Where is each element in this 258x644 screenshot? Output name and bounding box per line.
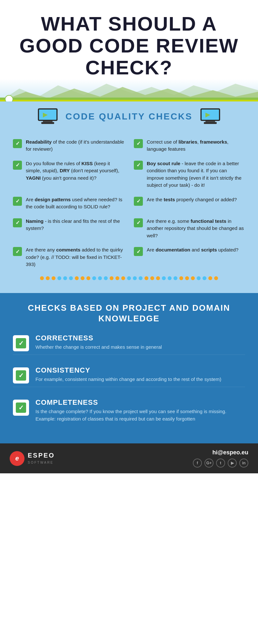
dot-7 (75, 276, 79, 280)
check-icon-functional-tests: ✓ (134, 218, 143, 227)
domain-content-completeness: Completeness Is the change complete? If … (35, 398, 245, 422)
domain-item-completeness: ✓ Completeness Is the change complete? I… (13, 395, 245, 426)
check-mark-naming: ✓ (15, 220, 20, 226)
check-mark-tests: ✓ (136, 198, 141, 204)
domain-content-consistency: Consistency For example, consistent nami… (35, 366, 221, 383)
cq-title-text: CODE QUALITY CHECKS (65, 111, 193, 121)
check-text-boyscout: Boy scout rule - leave the code in a bet… (147, 160, 245, 189)
footer-social-icons: f G+ t ▶ in (193, 459, 248, 468)
svg-rect-12 (202, 109, 219, 120)
svg-point-5 (5, 95, 13, 101)
domain-desc-correctness: Whether the change is correct and makes … (35, 344, 162, 351)
twitter-icon[interactable]: t (216, 459, 225, 468)
dot-31 (214, 276, 218, 280)
check-icon-documentation: ✓ (134, 247, 143, 256)
domain-checkbox-correctness: ✓ (13, 335, 29, 351)
espeo-brand-sub: SOFTWARE (28, 461, 54, 464)
check-icon-boyscout: ✓ (134, 161, 143, 170)
check-text-kiss: Do you follow the rules of KISS (keep it… (26, 160, 124, 182)
dot-19 (144, 276, 148, 280)
domain-item-consistency: ✓ Consistency For example, consistent na… (13, 363, 245, 387)
check-mark-readability: ✓ (15, 140, 20, 147)
dot-8 (81, 276, 84, 280)
svg-rect-7 (39, 109, 56, 120)
svg-rect-10 (41, 122, 54, 124)
check-mark-functional-tests: ✓ (136, 220, 141, 226)
footer: e espeo SOFTWARE hi@espeo.eu f G+ t ▶ in (0, 443, 258, 473)
check-item-readability: ✓ Readability of the code (if it's under… (13, 138, 124, 153)
dot-13 (110, 276, 114, 280)
espeo-brand: espeo SOFTWARE (28, 452, 55, 465)
check-item-functional-tests: ✓ Are there e.g. some functional tests i… (134, 218, 245, 240)
check-icon-comments: ✓ (13, 247, 22, 256)
dot-23 (168, 276, 172, 280)
dots-divider (10, 271, 248, 280)
check-icon-tests: ✓ (134, 197, 143, 206)
dot-16 (127, 276, 131, 280)
domain-section: CHECKS BASED ON PROJECT AND DOMAIN KNOWL… (0, 293, 258, 444)
cq-title: CODE QUALITY CHECKS (65, 111, 193, 122)
svg-rect-9 (43, 121, 53, 122)
header-section: WHAT SHOULD A GOOD CODE REVIEW CHECK? (0, 0, 258, 79)
check-item-naming: ✓ Naming - is this clear and fits the re… (13, 218, 124, 240)
check-text-tests: Are the tests properly changed or added? (147, 196, 237, 204)
mountain-svg (0, 79, 258, 101)
domain-label-consistency: Consistency (35, 366, 221, 374)
domain-desc-completeness: Is the change complete? If you know the … (35, 408, 245, 422)
youtube-icon[interactable]: ▶ (228, 459, 237, 468)
dot-21 (156, 276, 160, 280)
check-text-comments: Are there any comments added to the quir… (26, 246, 124, 268)
dot-5 (63, 276, 67, 280)
dot-4 (57, 276, 61, 280)
domain-section-title: CHECKS BASED ON PROJECT AND DOMAIN KNOWL… (13, 303, 245, 325)
footer-email: hi@espeo.eu (212, 449, 248, 456)
check-mark-comments: ✓ (15, 249, 20, 255)
check-text-documentation: Are documentation and scripts updated? (147, 246, 238, 254)
checklist-grid: ✓ Readability of the code (if it's under… (10, 135, 248, 271)
check-item-boyscout: ✓ Boy scout rule - leave the code in a b… (134, 160, 245, 189)
facebook-icon[interactable]: f (193, 459, 202, 468)
cq-header: CODE QUALITY CHECKS (10, 108, 248, 126)
svg-rect-15 (204, 122, 217, 124)
espeo-svg-icon: e (12, 453, 23, 464)
check-text-naming: Naming - is this clear and fits the rest… (26, 218, 124, 232)
domain-checkmark-correctness: ✓ (16, 338, 26, 348)
dot-30 (208, 276, 212, 280)
check-text-functional-tests: Are there e.g. some functional tests in … (147, 218, 245, 240)
dot-20 (150, 276, 154, 280)
domain-label-completeness: Completeness (35, 398, 245, 407)
dot-9 (86, 276, 90, 280)
check-icon-readability: ✓ (13, 139, 22, 148)
check-mark-libraries: ✓ (136, 140, 141, 147)
dot-11 (98, 276, 102, 280)
dot-14 (115, 276, 119, 280)
check-icon-naming: ✓ (13, 218, 22, 227)
dot-24 (174, 276, 177, 280)
svg-rect-14 (205, 121, 215, 122)
domain-checkbox-completeness: ✓ (13, 400, 29, 416)
espeo-logo-icon: e (10, 451, 25, 466)
svg-text:e: e (15, 455, 19, 462)
domain-desc-consistency: For example, consistent naming within ch… (35, 376, 221, 383)
check-text-libraries: Correct use of libraries, frameworks, la… (147, 138, 245, 153)
dot-26 (185, 276, 189, 280)
check-item-documentation: ✓ Are documentation and scripts updated? (134, 246, 245, 268)
footer-right: hi@espeo.eu f G+ t ▶ in (193, 449, 248, 468)
domain-content-correctness: Correctness Whether the change is correc… (35, 334, 162, 351)
monitor-left-icon (36, 108, 59, 126)
monitor-right-icon (199, 108, 222, 126)
code-quality-section: CODE QUALITY CHECKS ✓ Readability of the… (0, 101, 258, 293)
dot-18 (139, 276, 143, 280)
domain-checkmark-completeness: ✓ (16, 402, 26, 413)
dot-15 (121, 276, 125, 280)
dot-3 (52, 276, 55, 280)
footer-logo: e espeo SOFTWARE (10, 451, 55, 466)
googleplus-icon[interactable]: G+ (204, 459, 213, 468)
mountain-divider (0, 79, 258, 101)
svg-rect-4 (0, 100, 258, 101)
dot-17 (133, 276, 137, 280)
linkedin-icon[interactable]: in (239, 459, 248, 468)
domain-checks-list: ✓ Correctness Whether the change is corr… (13, 331, 245, 426)
dot-2 (46, 276, 50, 280)
check-mark-documentation: ✓ (136, 249, 141, 255)
